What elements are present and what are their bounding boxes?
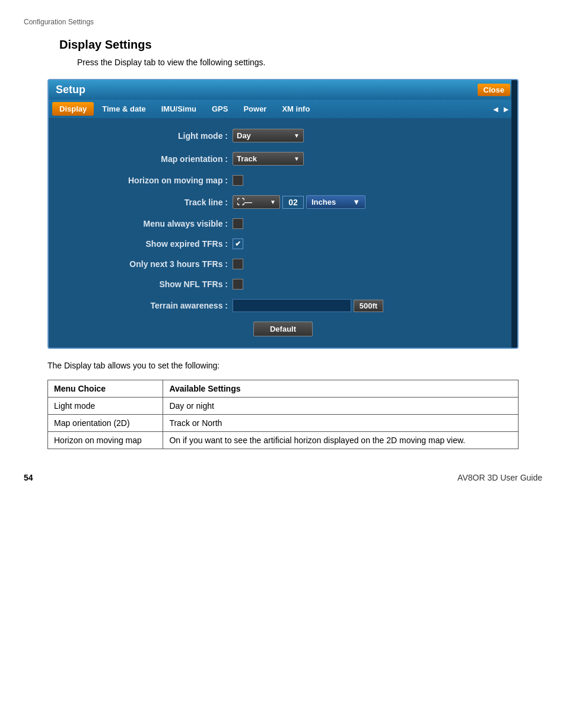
nfl-tfrs-row: Show NFL TFRs :: [61, 274, 505, 294]
tab-display[interactable]: Display: [52, 102, 94, 116]
map-orientation-select[interactable]: Track ▼: [233, 152, 304, 166]
header-text: Configuration Settings: [24, 18, 94, 26]
product-name: AV8OR 3D User Guide: [457, 473, 542, 482]
setup-title: Setup: [56, 84, 85, 96]
track-line-control: ⛶— ▼ 02 Inches ▼: [233, 195, 365, 209]
page-number: 54: [24, 473, 33, 482]
table-row: Map orientation (2D) Track or North: [48, 415, 519, 432]
track-line-icon: ⛶—: [237, 198, 252, 206]
inches-value: Inches: [311, 198, 336, 206]
setup-tabs: Display Time & date IMU/Simu GPS Power X…: [49, 100, 517, 118]
next3hrs-control: [233, 259, 243, 269]
nfl-tfrs-label: Show NFL TFRs :: [66, 279, 233, 289]
expired-tfrs-control: ✔: [233, 239, 243, 249]
light-mode-row: Light mode : Day ▼: [61, 124, 505, 147]
menu-visible-label: Menu always visible :: [66, 219, 233, 228]
intro-content: Press the Display tab to view the follow…: [77, 58, 266, 67]
tab-nav-arrow[interactable]: ◄ ►: [488, 103, 514, 115]
inches-select[interactable]: Inches ▼: [306, 195, 365, 209]
settings-map: Track or North: [163, 415, 519, 432]
terrain-row: Terrain awareness : 500ft: [61, 294, 505, 317]
expired-tfrs-checkbox[interactable]: ✔: [233, 239, 243, 249]
next3hrs-checkbox[interactable]: [233, 259, 243, 269]
tab-power[interactable]: Power: [236, 102, 274, 116]
horizon-label: Horizon on moving map :: [66, 176, 233, 185]
expired-tfrs-label: Show expired TFRs :: [66, 239, 233, 249]
tab-imu-simu[interactable]: IMU/Simu: [154, 102, 203, 116]
light-mode-value: Day: [237, 131, 251, 140]
desc-text: The Display tab allows you to set the fo…: [47, 361, 519, 370]
horizon-row: Horizon on moving map :: [61, 170, 505, 190]
table-row: Horizon on moving map On if you want to …: [48, 432, 519, 449]
track-line-style-select[interactable]: ⛶— ▼: [233, 195, 280, 209]
page-footer: 54 AV8OR 3D User Guide: [24, 473, 542, 482]
tab-gps[interactable]: GPS: [205, 102, 235, 116]
terrain-bar[interactable]: [233, 299, 351, 312]
light-mode-select[interactable]: Day ▼: [233, 129, 304, 142]
section-title: Display Settings: [59, 38, 542, 52]
terrain-value: 500ft: [354, 300, 383, 312]
menu-choice-horizon: Horizon on moving map: [48, 432, 163, 449]
col-menu-choice: Menu Choice: [48, 380, 163, 398]
map-orientation-control: Track ▼: [233, 152, 304, 166]
track-line-number[interactable]: 02: [282, 196, 304, 209]
settings-horizon: On if you want to see the artificial hor…: [163, 432, 519, 449]
nfl-tfrs-checkbox[interactable]: [233, 279, 243, 290]
nfl-tfrs-control: [233, 279, 243, 290]
settings-light: Day or night: [163, 398, 519, 415]
next3hrs-label: Only next 3 hours TFRs :: [66, 259, 233, 269]
close-button[interactable]: Close: [478, 84, 510, 96]
settings-table: Menu Choice Available Settings Light mod…: [47, 380, 519, 449]
menu-choice-map: Map orientation (2D): [48, 415, 163, 432]
horizon-control: [233, 175, 243, 186]
setup-panel: Setup Close Display Time & date IMU/Simu…: [47, 79, 519, 349]
table-row: Light mode Day or night: [48, 398, 519, 415]
expired-tfrs-row: Show expired TFRs : ✔: [61, 234, 505, 254]
setup-titlebar: Setup Close: [49, 80, 517, 100]
menu-visible-checkbox[interactable]: [233, 218, 243, 229]
tab-time-date[interactable]: Time & date: [95, 102, 152, 116]
track-line-label: Track line :: [66, 198, 233, 207]
map-orientation-label: Map orientation :: [66, 154, 233, 164]
desc-content: The Display tab allows you to set the fo…: [47, 361, 220, 370]
page-header: Configuration Settings: [24, 18, 542, 26]
terrain-label: Terrain awareness :: [66, 301, 233, 310]
terrain-control: 500ft: [233, 299, 383, 312]
light-mode-control: Day ▼: [233, 129, 304, 142]
track-style-arrow: ▼: [270, 199, 276, 205]
section-title-text: Display Settings: [59, 38, 152, 51]
light-mode-arrow: ▼: [294, 132, 300, 139]
horizon-checkbox[interactable]: [233, 175, 243, 186]
menu-visible-control: [233, 218, 243, 229]
map-orientation-value: Track: [237, 154, 257, 163]
next3hrs-row: Only next 3 hours TFRs :: [61, 254, 505, 274]
scrollbar[interactable]: [511, 80, 517, 348]
default-button[interactable]: Default: [253, 322, 313, 336]
light-mode-label: Light mode :: [66, 131, 233, 141]
inches-arrow: ▼: [352, 198, 360, 206]
track-line-row: Track line : ⛶— ▼ 02 Inches ▼: [61, 190, 505, 214]
menu-visible-row: Menu always visible :: [61, 214, 505, 234]
col-available-settings: Available Settings: [163, 380, 519, 398]
intro-text: Press the Display tab to view the follow…: [77, 58, 542, 67]
setup-content: Light mode : Day ▼ Map orientation : Tra…: [49, 118, 517, 348]
tab-xm-info[interactable]: XM info: [275, 102, 317, 116]
menu-choice-light: Light mode: [48, 398, 163, 415]
map-orientation-row: Map orientation : Track ▼: [61, 147, 505, 170]
map-orientation-arrow: ▼: [294, 155, 300, 162]
